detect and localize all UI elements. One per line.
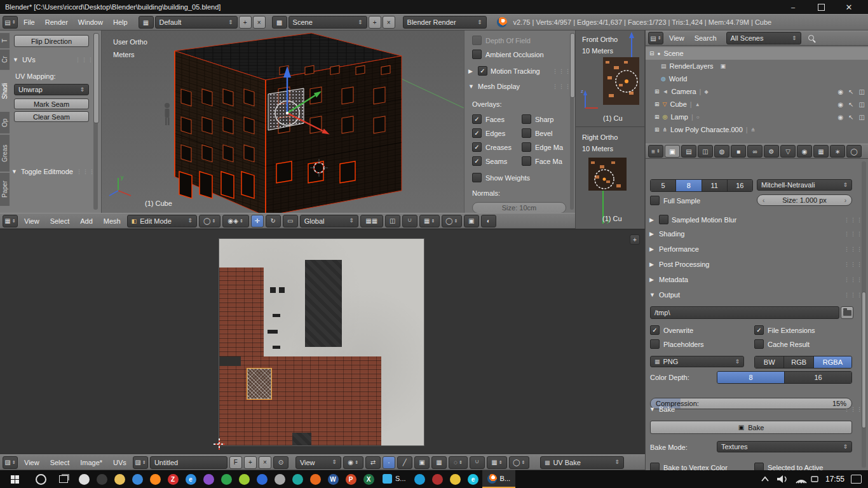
app-green-icon[interactable] bbox=[217, 470, 235, 488]
mesh-display-panel-header[interactable]: ▼Mesh Display⋮⋮⋮ bbox=[468, 83, 571, 90]
depth-of-field-checkbox[interactable] bbox=[472, 36, 482, 45]
app-skyblue-icon[interactable] bbox=[411, 470, 429, 488]
menu-file[interactable]: File bbox=[19, 17, 39, 27]
lock-to-scene-icon[interactable]: ◫ bbox=[385, 215, 400, 227]
outliner-item-label[interactable]: World bbox=[669, 75, 688, 83]
uv-select-face-button[interactable]: ▣ bbox=[414, 456, 430, 469]
full-sample-checkbox[interactable] bbox=[650, 196, 660, 205]
app-teal-icon[interactable] bbox=[288, 470, 306, 488]
ambient-occlusion-checkbox[interactable] bbox=[472, 50, 482, 59]
outliner-item-label[interactable]: Cube bbox=[670, 100, 686, 108]
display-channels-dropdown[interactable]: View⇕ bbox=[295, 456, 341, 469]
bake-button[interactable]: ▣Bake bbox=[650, 421, 852, 434]
unwrap-dropdown[interactable]: Unwrap⇕ bbox=[14, 84, 89, 95]
normals-size-field[interactable]: Size: 10cm bbox=[472, 202, 566, 213]
expand-icon[interactable]: ⊞ bbox=[654, 114, 660, 120]
tab-scene[interactable]: ◫ bbox=[698, 145, 713, 158]
hide-icon[interactable]: ◉ bbox=[837, 88, 843, 95]
outliner-item-label[interactable]: RenderLayers bbox=[670, 62, 714, 70]
viewport-right[interactable]: y Right Ortho 10 Meters (1) Cu bbox=[576, 127, 646, 229]
toggle-editmode-panel-header[interactable]: ▼Toggle Editmode⋮⋮⋮ bbox=[11, 168, 95, 175]
fake-user-button[interactable]: F bbox=[229, 456, 242, 469]
tab-physics[interactable]: ◯ bbox=[846, 145, 862, 158]
editor-type-properties-icon[interactable]: ≡⇕ bbox=[648, 145, 663, 158]
motion-tracking-panel-header[interactable]: ▶ Motion Tracking⋮⋮⋮ bbox=[468, 66, 571, 76]
selected-uv-island[interactable] bbox=[247, 368, 272, 400]
render-opengl-button[interactable]: ▣ bbox=[464, 215, 479, 227]
tab-particles[interactable]: ∗ bbox=[830, 145, 845, 158]
uv-menu-view[interactable]: View bbox=[20, 458, 44, 468]
outliner-item-label[interactable]: Lamp bbox=[670, 113, 688, 121]
overlay-edges-checkbox[interactable] bbox=[472, 128, 482, 138]
outliner-search-icon[interactable] bbox=[808, 34, 816, 43]
view3d-menu-view[interactable]: View bbox=[20, 216, 44, 226]
task-view-button[interactable] bbox=[52, 470, 75, 488]
motion-tracking-checkbox[interactable] bbox=[478, 66, 487, 76]
outliner-menu-search[interactable]: Search bbox=[690, 33, 721, 43]
scene-add-button[interactable]: + bbox=[369, 16, 381, 29]
bake-panel-header[interactable]: ▼Bake⋮⋮⋮ bbox=[649, 405, 863, 413]
post-processing-panel-header[interactable]: ▶Post Processing⋮⋮⋮ bbox=[649, 261, 863, 268]
orientation-dropdown[interactable]: Global⇕ bbox=[300, 215, 358, 227]
action-center-icon[interactable] bbox=[851, 475, 862, 484]
tab-modifiers[interactable]: ⚙ bbox=[764, 145, 779, 158]
edge-icon[interactable]: e bbox=[465, 470, 482, 488]
outliner-scope-dropdown[interactable]: All Scenes⇕ bbox=[726, 32, 801, 44]
tab-constraints[interactable]: ∞ bbox=[747, 145, 763, 158]
expand-icon[interactable]: ⊞ bbox=[654, 88, 660, 95]
internet-explorer-icon[interactable]: e bbox=[182, 470, 200, 488]
editor-type-info-icon[interactable]: ▤⇕ bbox=[3, 16, 18, 29]
flip-direction-button[interactable]: Flip Direction bbox=[14, 35, 89, 47]
uv-sync-selection-icon[interactable]: ⇄ bbox=[365, 456, 381, 469]
cache-result-checkbox[interactable] bbox=[754, 339, 764, 349]
tray-icons[interactable] bbox=[758, 473, 819, 485]
image-unlink-button[interactable]: × bbox=[259, 456, 271, 469]
collapse-icon[interactable]: ⊟ bbox=[649, 50, 654, 57]
clear-seam-button[interactable]: Clear Seam bbox=[14, 111, 89, 122]
outliner-row-lamp[interactable]: ⊞ ◎ Lamp |○ ◉ ↖ ◫ bbox=[646, 111, 868, 123]
viewport-shading-dropdown[interactable]: ◯⇕ bbox=[199, 215, 220, 227]
outliner-row-renderlayers[interactable]: ▤ RenderLayers ▣ bbox=[646, 60, 868, 72]
uv-select-island-button[interactable]: ▦ bbox=[431, 456, 447, 469]
image-name-field[interactable]: Untitled bbox=[150, 456, 227, 469]
menu-window[interactable]: Window bbox=[74, 17, 107, 27]
uv-image-editor[interactable]: + bbox=[0, 229, 645, 454]
render-restrict-icon[interactable]: ◫ bbox=[859, 101, 865, 108]
viewport-front[interactable]: z Front Ortho 10 Meters (1) Cu bbox=[576, 30, 646, 127]
minimize-button[interactable]: – bbox=[779, 3, 807, 11]
hide-icon[interactable]: ◉ bbox=[837, 101, 843, 108]
uv-select-edge-button[interactable]: ╱ bbox=[397, 456, 412, 469]
selectable-icon[interactable]: ↖ bbox=[848, 101, 853, 108]
toolshelf-tab-shading[interactable]: Shadi bbox=[0, 71, 10, 111]
toolshelf-tab-tools[interactable]: T bbox=[0, 33, 10, 48]
outliner-row-lowpoly[interactable]: ⊞ ⋔ Low Poly Characte.000 |⋔ bbox=[646, 123, 868, 136]
scene-browse-icon[interactable]: ▩ bbox=[272, 16, 287, 29]
uvs-panel-header[interactable]: ▼UVs⋮⋮⋮ bbox=[13, 56, 94, 64]
npanel-scrollbar[interactable] bbox=[570, 33, 574, 210]
tab-material[interactable]: ◉ bbox=[797, 145, 812, 158]
toolshelf-tab-create[interactable]: Cr bbox=[0, 50, 10, 70]
powerpoint-icon[interactable]: P bbox=[342, 470, 360, 488]
outliner-row-world[interactable]: ◍ World bbox=[646, 72, 868, 85]
show-weights-checkbox[interactable] bbox=[472, 173, 482, 182]
outliner-row-scene[interactable]: ⊟ ● Scene bbox=[646, 47, 868, 60]
search-button[interactable] bbox=[29, 470, 52, 488]
output-path-field[interactable]: /tmp\ bbox=[650, 306, 839, 319]
toolshelf-tab-options[interactable]: Op bbox=[0, 112, 10, 133]
uv-menu-image[interactable]: Image* bbox=[76, 458, 107, 468]
bake-vertex-color-checkbox[interactable] bbox=[650, 463, 660, 470]
app-lime-icon[interactable] bbox=[235, 470, 253, 488]
aa-filter-dropdown[interactable]: Mitchell-Netravali⇕ bbox=[757, 179, 852, 191]
file-extensions-checkbox[interactable] bbox=[754, 325, 764, 335]
uv-bake-dropdown[interactable]: ▩ UV Bake⇕ bbox=[540, 456, 624, 469]
metadata-panel-header[interactable]: ▶Metadata⋮⋮⋮ bbox=[649, 276, 863, 283]
selectable-icon[interactable]: ↖ bbox=[848, 114, 853, 121]
uv-snap-element-dropdown[interactable]: ▦⇕ bbox=[487, 456, 507, 469]
screen-layout-selector[interactable]: Default⇕ bbox=[155, 16, 238, 29]
uv-proportional-dropdown[interactable]: ◯⇕ bbox=[509, 456, 529, 469]
tab-texture[interactable]: ▦ bbox=[813, 145, 829, 158]
clock[interactable]: 17:55 bbox=[825, 475, 844, 484]
uv-menu-uvs[interactable]: UVs bbox=[109, 458, 131, 468]
editor-type-outliner-icon[interactable]: ▤⇕ bbox=[648, 32, 663, 44]
app-grid-icon[interactable] bbox=[75, 470, 93, 488]
